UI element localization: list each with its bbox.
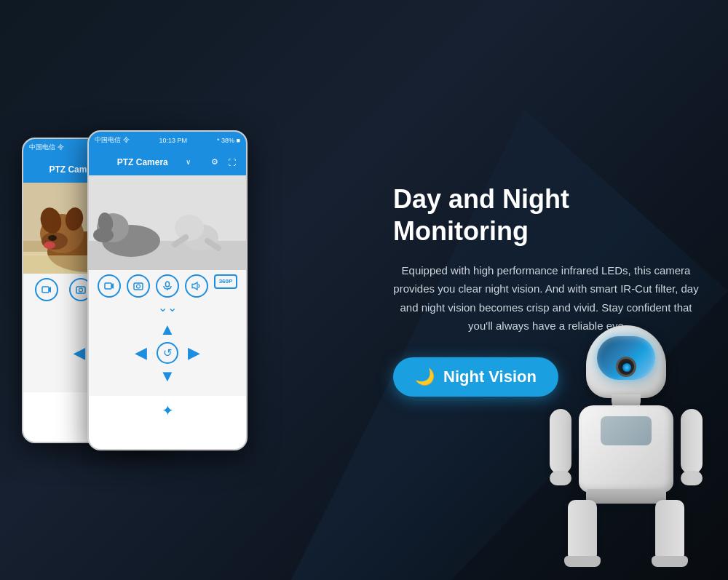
phone-front-status-left: 中国电信 令 [95,135,130,145]
phone-front-header: ‹ PTZ Camera ∨ ⚙ ⛶ [89,149,246,175]
phone-front-chevron: ⌄⌄ [95,301,240,314]
phone-front-back-arrow[interactable]: ‹ [96,156,100,168]
robot-visor [597,336,655,380]
svg-rect-33 [166,282,170,287]
svg-point-10 [44,242,55,249]
svg-marker-35 [192,282,197,290]
phone-front: 中国电信 令 10:13 PM * 38% ■ ‹ PTZ Camera ∨ ⚙… [87,130,248,450]
left-panel: 中国电信 令 10:13 PM * 38% ■ ‹ PTZ Camera ∨ ⚙… [0,0,379,580]
phone-back-status-left: 中国电信 令 [29,143,64,152]
phone-back-video-icon[interactable] [35,278,58,301]
phone-front-status-right: * 38% ■ [217,137,240,144]
svg-point-32 [137,285,141,288]
phone-front-dpad-up[interactable]: ▲ [159,320,175,339]
phone-front-footer-icon: ✦ [162,402,174,418]
phone-front-status-bar: 中国电信 令 10:13 PM * 38% ■ [89,132,246,149]
phone-front-title: PTZ Camera [117,157,168,167]
baby-dog-image [89,175,246,270]
svg-point-15 [79,288,83,292]
phone-front-header-icons: ⚙ ⛶ [208,156,239,169]
robot-foot-right [652,556,688,567]
phone-front-360p-badge[interactable]: 360P [214,274,237,289]
robot-arm-right [681,409,703,474]
svg-rect-14 [76,287,85,293]
phone-back-dpad-left[interactable]: ◀ [69,343,88,362]
night-vision-label: Night Vision [443,368,537,386]
svg-rect-12 [42,287,49,293]
phone-front-camera-feed [89,175,246,270]
phone-front-footer: ✦ [89,396,246,425]
phone-front-dpad-center[interactable]: ↺ [157,342,178,364]
phone-front-photo-icon[interactable] [127,274,150,298]
robot-camera [616,357,636,377]
robot-hand-left [550,471,571,485]
phone-front-speaker-icon[interactable] [185,274,208,298]
phone-front-status-time: 10:13 PM [159,137,188,144]
phone-front-dpad-down[interactable]: ▼ [159,367,175,386]
robot-leg-left [568,500,597,558]
svg-point-26 [175,215,204,241]
robot [539,325,713,580]
svg-rect-31 [134,283,143,290]
phone-front-header-chevron: ∨ [186,158,191,166]
svg-point-7 [48,235,57,241]
robot-waist [586,489,666,504]
robot-chest-detail [601,416,652,445]
svg-rect-29 [105,283,111,289]
robot-foot-left [564,556,601,567]
phone-front-dpad-right[interactable]: ▶ [188,343,200,362]
phone-front-controls: 360P ⌄⌄ ▲ ▼ ◀ ▶ ↺ [89,270,246,396]
phone-front-dpad: ▲ ▼ ◀ ▶ ↺ [95,320,240,386]
phone-front-mic-icon[interactable] [156,274,179,298]
robot-arm-left [550,409,571,474]
phone-back-back-arrow[interactable]: ‹ [31,164,34,175]
robot-head [586,325,666,398]
phone-front-dpad-left[interactable]: ◀ [135,343,147,362]
robot-hand-right [681,471,703,485]
phone-front-fullscreen-icon[interactable]: ⛶ [226,156,239,169]
main-title: Day and Night Monitoring [393,183,699,246]
phone-front-settings-icon[interactable]: ⚙ [208,156,221,169]
phone-front-video-icon[interactable] [98,274,121,298]
robot-camera-lens [622,363,631,372]
robot-leg-right [655,500,684,558]
robot-body [579,405,673,493]
moon-icon: 🌙 [415,368,435,386]
robot-container [524,303,728,580]
